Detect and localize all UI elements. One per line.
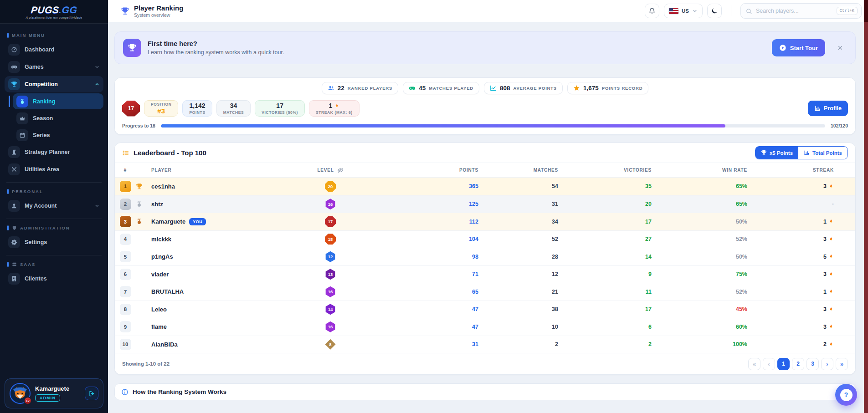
- leaderboard-row-brutalha[interactable]: 7BRUTALHA1665211152%1: [115, 283, 855, 301]
- leaderboard-row-ces1nha[interactable]: 1ces1nha20365543565%3: [115, 178, 855, 195]
- notifications-button[interactable]: [645, 4, 659, 18]
- sidebar-item-ranking[interactable]: Ranking: [13, 93, 103, 109]
- logo[interactable]: PUGS.GG A plataforma líder em competitiv…: [0, 0, 108, 24]
- search-box[interactable]: Ctrl+K: [740, 3, 862, 19]
- leaderboard-row-p1ngas[interactable]: 5p1ngAs1298281450%5: [115, 248, 855, 265]
- topbar-divider: [731, 5, 731, 16]
- streak-value: 1: [823, 219, 834, 225]
- us-flag-icon: [669, 8, 678, 14]
- matches-value: 2: [555, 341, 558, 347]
- banner-close-button[interactable]: [833, 41, 847, 55]
- moon-icon: [711, 7, 718, 15]
- sidebar-user-card[interactable]: 17 Kamarguete ADMIN: [5, 378, 103, 408]
- points-link[interactable]: 112: [469, 219, 478, 225]
- leaderboard-card: Leaderboard - Top 100 x5 PointsTotal Poi…: [114, 143, 856, 375]
- prev-page-button[interactable]: ‹: [763, 358, 775, 370]
- leaderboard-column-headers: # PLAYER LEVEL POINTS MATCHES VICTORIES …: [115, 163, 855, 178]
- sidebar-item-utilities-area[interactable]: Utilities Area: [5, 161, 103, 178]
- col-level: LEVEL: [317, 168, 334, 173]
- page-button-1[interactable]: 1: [777, 358, 790, 370]
- points-link[interactable]: 71: [472, 271, 478, 277]
- leaderboard-row-flame[interactable]: 9flame164710660%3: [115, 318, 855, 336]
- search-input[interactable]: [756, 8, 833, 14]
- points-link[interactable]: 47: [472, 306, 478, 312]
- help-button[interactable]: ?: [835, 384, 857, 406]
- matches-value: 34: [552, 219, 558, 225]
- next-page-button[interactable]: ›: [821, 358, 833, 370]
- sidebar: PUGS.GG A plataforma líder em competitiv…: [0, 0, 108, 413]
- sidebar-item-strategy-planner[interactable]: Strategy Planner: [5, 144, 103, 160]
- position-pill-victories-50: 17VICTORIES (50%): [255, 100, 305, 117]
- win-rate-value: 100%: [733, 341, 747, 347]
- page-button-3[interactable]: 3: [806, 358, 819, 370]
- flame-icon: [828, 289, 834, 295]
- logo-tagline: A plataforma líder em competitividade: [26, 16, 82, 19]
- col-win-rate: WIN RATE: [722, 168, 747, 173]
- win-rate-value: 50%: [736, 219, 747, 225]
- language-selector[interactable]: US: [664, 4, 703, 18]
- page-trophy-icon: [121, 7, 129, 15]
- points-link[interactable]: 47: [472, 324, 478, 330]
- scrollbar-thumb[interactable]: [864, 0, 868, 22]
- sidebar-item-clientes[interactable]: Clientes: [5, 270, 103, 287]
- faq-accordion[interactable]: How the Ranking System Works: [114, 383, 856, 400]
- leaderboard-row-shtz[interactable]: 2shtz16125312065%-: [115, 195, 855, 213]
- points-link[interactable]: 104: [469, 236, 478, 242]
- leaderboard-row-leleo[interactable]: 8Leleo1447381745%3: [115, 301, 855, 318]
- matches-value: 21: [552, 289, 558, 295]
- first-page-button[interactable]: «: [748, 358, 760, 370]
- streak-value: -: [832, 201, 834, 207]
- position-pill-points: 1,142POINTS: [182, 100, 212, 117]
- sidebar-item-dashboard[interactable]: Dashboard: [5, 41, 103, 58]
- toggle-x5-points[interactable]: x5 Points: [755, 147, 798, 159]
- sidebar-item-series[interactable]: Series: [13, 127, 103, 143]
- leaderboard-row-kamarguete[interactable]: 3KamargueteYOU17112341750%1: [115, 213, 855, 230]
- level-badge: 17: [325, 216, 336, 227]
- victories-value: 2: [648, 341, 652, 347]
- sidebar-item-settings[interactable]: Settings: [5, 234, 103, 250]
- eye-off-icon[interactable]: [337, 167, 344, 173]
- stat-badge-ranked-players: 22RANKED PLAYERS: [322, 82, 399, 94]
- dark-mode-toggle[interactable]: [707, 4, 722, 18]
- sidebar-item-my-account[interactable]: My Account: [5, 198, 103, 214]
- points-link[interactable]: 365: [469, 183, 478, 189]
- start-tour-button[interactable]: Start Tour: [772, 39, 825, 56]
- last-page-button[interactable]: »: [836, 358, 848, 370]
- my-level-badge: 17: [122, 101, 140, 117]
- position-pills: POSITION#31,142POINTS34MATCHES17VICTORIE…: [144, 100, 360, 117]
- leaderboard-row-mickkk[interactable]: 4mickkk18104522752%3: [115, 230, 855, 248]
- star-icon: [573, 85, 580, 92]
- sidebar-item-competition[interactable]: Competition: [5, 76, 103, 92]
- player-name: BRUTALHA: [151, 288, 184, 295]
- toggle-total-points[interactable]: Total Points: [798, 147, 847, 159]
- matches-value: 52: [552, 236, 558, 242]
- page-scrollbar[interactable]: [864, 0, 868, 413]
- col-streak: STREAK: [813, 168, 834, 173]
- rank-badge: 5: [120, 251, 131, 262]
- points-link[interactable]: 65: [472, 289, 478, 295]
- search-icon: [745, 8, 752, 15]
- points-link[interactable]: 31: [472, 341, 478, 347]
- points-link[interactable]: 98: [472, 254, 478, 260]
- sidebar-section-administration: ADMINISTRATION: [7, 225, 101, 230]
- chartbars-icon: [804, 150, 810, 156]
- progress-fill: [161, 124, 725, 127]
- profile-button[interactable]: Profile: [808, 101, 848, 116]
- profile-button-label: Profile: [824, 105, 842, 112]
- leaderboard-row-vlader[interactable]: 6vlader137112975%3: [115, 265, 855, 283]
- info-icon: [121, 388, 128, 396]
- sidebar-item-season[interactable]: Season: [13, 110, 103, 126]
- trophy-icon: [8, 78, 20, 90]
- locale-label: US: [682, 8, 689, 14]
- points-link[interactable]: 125: [469, 201, 478, 207]
- my-position-card: 22RANKED PLAYERS45MATCHES PLAYED808AVERA…: [114, 77, 856, 135]
- leaderboard-row-alanbida[interactable]: 10AlanBiDa83122100%2: [115, 336, 855, 353]
- sidebar-item-games[interactable]: Games: [5, 59, 103, 75]
- matches-value: 28: [552, 254, 558, 260]
- faq-title: How the Ranking System Works: [133, 388, 226, 395]
- chess-icon: [8, 146, 20, 158]
- page-button-2[interactable]: 2: [792, 358, 804, 370]
- player-name: p1ngAs: [151, 253, 173, 260]
- streak-value: 1: [823, 289, 834, 295]
- logout-button[interactable]: [85, 387, 98, 400]
